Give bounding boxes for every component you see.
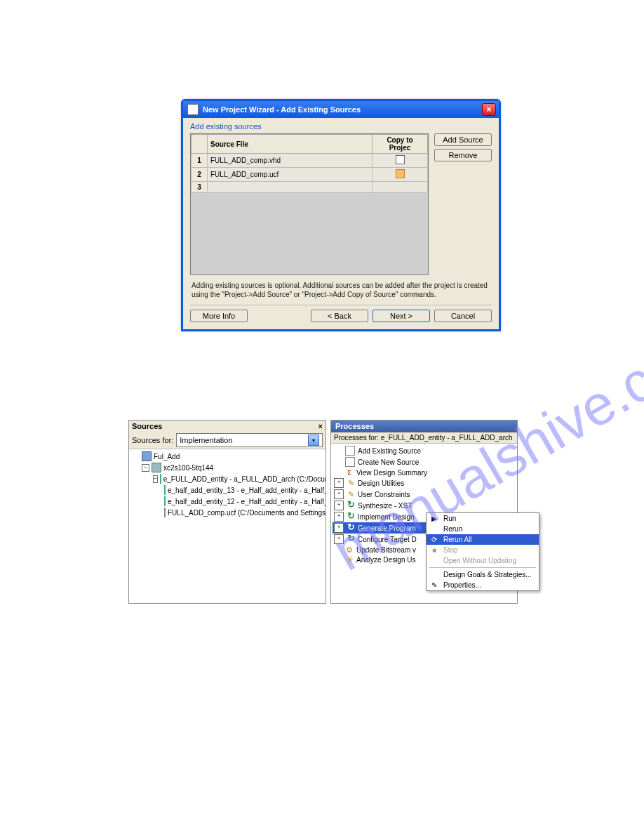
ctx-open-without-updating: Open Without Updating [427,555,539,566]
more-info-button[interactable]: More Info [190,310,248,322]
next-button[interactable]: Next > [373,310,430,322]
project-icon [142,451,152,461]
proc-label: Implement Design [358,513,415,521]
utilities-icon: ✎ [347,479,355,487]
spacer-icon [334,468,342,477]
gear-icon: ⚙ [345,545,354,554]
table-row[interactable]: 3 [192,182,428,193]
expand-icon[interactable]: + [334,501,344,510]
ctx-properties[interactable]: ✎Properties... [427,580,539,590]
dropdown-value: Implementation [180,436,232,444]
proc-label: Design Utilities [358,479,404,487]
tree-item-project[interactable]: Ful_Add [132,451,323,462]
proc-label: Analyze Design Us [356,556,415,564]
proc-create-new[interactable]: Create New Source [333,456,516,468]
col-copy: Copy to Projec [373,135,428,154]
cancel-button[interactable]: Cancel [434,310,492,322]
tree-label: e_FULL_ADD_entity - a_FULL_ADD_arch (C:/… [163,475,326,483]
context-menu: ▶Run Rerun ⟳Rerun All ■Stop Open Without… [426,512,539,591]
proc-add-existing[interactable]: Add Existing Source [333,445,516,456]
proc-design-utilities[interactable]: +✎Design Utilities [333,477,516,489]
copy-checkbox[interactable] [396,155,405,164]
processes-for-label: Processes for: e_FULL_ADD_entity - a_FUL… [331,432,517,444]
processes-panel: Processes Processes for: e_FULL_ADD_enti… [330,420,518,604]
collapse-icon[interactable]: − [142,464,149,472]
refresh-icon: ↻ [347,512,355,521]
tree-label: Ful_Add [154,453,180,461]
spacer-icon [334,555,342,564]
dialog-body: Add existing sources Source File Copy to… [183,118,499,329]
back-button[interactable]: < Back [311,310,368,322]
close-icon[interactable]: × [318,422,323,430]
tree-label: xc2s100-5tq144 [163,464,213,472]
sources-tree: Ful_Add − xc2s100-5tq144 − e_FULL_ADD_en… [129,449,326,519]
proc-label: Generate Program [358,524,416,532]
ctx-run[interactable]: ▶Run [427,513,539,524]
ctx-label: Stop [443,546,458,554]
row-num: 3 [192,182,208,193]
expand-icon[interactable]: + [334,523,344,533]
ctx-rerun-all[interactable]: ⟳Rerun All [427,534,539,545]
analyze-icon: ⚡ [345,555,354,564]
dialog-footer: More Info < Back Next > Cancel [190,305,492,322]
row-check-cell [373,154,428,168]
chevron-down-icon: ▾ [308,435,319,446]
remove-button[interactable]: Remove [434,149,492,161]
table-row[interactable]: 2 FULL_ADD_comp.ucf [192,168,428,182]
refresh-icon: ↻ [347,535,355,543]
document-icon [345,457,355,467]
sources-table: Source File Copy to Projec 1 FULL_ADD_co… [190,133,429,275]
proc-label: Configure Target D [358,536,417,543]
properties-icon: ✎ [429,581,439,589]
tree-item-device[interactable]: − xc2s100-5tq144 [132,462,323,473]
new-project-wizard-dialog: New Project Wizard - Add Existing Source… [181,99,501,331]
summary-icon: Σ [345,468,354,477]
fieldset-label: Add existing sources [190,122,492,131]
sources-titlebar: Sources × [129,421,326,432]
close-button[interactable]: × [482,103,496,116]
sources-for-label: Sources for: [132,436,173,444]
proc-user-constraints[interactable]: +✎User Constraints [333,489,516,500]
ctx-design-goals[interactable]: Design Goals & Strategies... [427,569,539,580]
ctx-label: Properties... [443,581,481,589]
tree-item-subentity[interactable]: e_half_add_entity_13 - e_Half_add_entity… [132,484,323,496]
proc-label: View Design Summary [356,469,427,477]
run-icon: ▶ [429,515,439,522]
expand-icon[interactable]: + [334,512,344,522]
proc-synthesize[interactable]: +↻Synthesize - XST [333,500,516,511]
proc-view-summary[interactable]: ΣView Design Summary [333,468,516,477]
proc-label: Create New Source [358,458,419,466]
ctx-rerun[interactable]: Rerun [427,524,539,534]
sources-title: Sources [132,422,162,430]
row-num: 1 [192,154,208,168]
tree-item-ucf[interactable]: FULL_ADD_comp.ucf (C:/Documents and Sett… [132,507,323,518]
ctx-label: Open Without Updating [443,557,516,564]
copy-checkbox[interactable] [396,169,405,178]
panel-group: Sources × Sources for: Implementation ▾ … [128,420,518,604]
expand-icon[interactable]: + [334,489,344,499]
file-icon [164,508,166,517]
row-check-cell [373,168,428,182]
entity-icon [160,474,161,484]
expand-icon[interactable]: + [334,534,344,544]
entity-icon [164,496,166,506]
collapse-icon[interactable]: − [153,475,158,483]
col-num [192,135,208,154]
expand-icon[interactable]: + [334,478,344,488]
entity-icon [164,485,166,495]
tree-item-subentity[interactable]: e_half_add_entity_12 - e_Half_add_entity… [132,496,323,507]
row-file [208,182,373,193]
tree-item-entity[interactable]: − e_FULL_ADD_entity - a_FULL_ADD_arch (C… [132,473,323,484]
spacer-icon [334,446,342,455]
table-row[interactable]: 1 FULL_ADD_comp.vhd [192,154,428,168]
processes-title: Processes [331,421,517,432]
proc-label: User Constraints [358,491,410,498]
rerun-all-icon: ⟳ [429,536,439,543]
add-source-button[interactable]: Add Source [434,133,492,146]
row-check-cell [373,182,428,193]
sources-area: Source File Copy to Projec 1 FULL_ADD_co… [190,133,492,275]
tree-label: e_half_add_entity_12 - e_Half_add_entity… [168,498,326,505]
sources-selector: Sources for: Implementation ▾ [129,432,326,449]
spacer-icon [334,545,342,554]
implementation-dropdown[interactable]: Implementation ▾ [176,433,323,447]
